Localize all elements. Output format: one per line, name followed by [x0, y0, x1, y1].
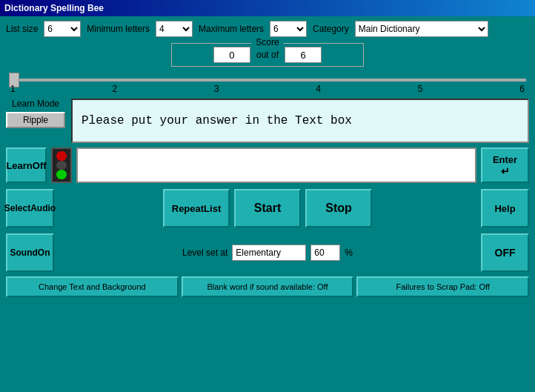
change-text-bg-button[interactable]: Change Text and Background	[6, 276, 179, 297]
progress-slider[interactable]	[9, 79, 526, 82]
off-button[interactable]: OFF	[481, 233, 529, 272]
left-panel: Learn Mode Ripple	[6, 99, 65, 143]
display-box: Please put your answer in the Text box	[71, 99, 529, 143]
sound-on-button[interactable]: Sound On	[6, 233, 54, 272]
score-current[interactable]	[213, 47, 250, 63]
max-letters-select[interactable]: 6457810	[270, 21, 307, 37]
learn-mode-label: Learn Mode	[6, 99, 65, 109]
title-bar: Dictionary Spelling Bee	[0, 0, 535, 16]
learn-off-button[interactable]: Learn Off	[6, 147, 47, 183]
failures-scrap-button[interactable]: Failures to Scrap Pad: Off	[356, 276, 529, 297]
level-set-label: Level set at	[182, 248, 227, 258]
score-label: Score	[251, 37, 283, 47]
enter-button[interactable]: Enter ↵	[481, 147, 529, 183]
footer-row: Change Text and Background Blank word if…	[6, 276, 529, 297]
out-of-label: out of	[256, 50, 279, 60]
category-select[interactable]: Main DictionaryCustom ListAnimalsPlants	[355, 21, 488, 37]
ripple-button[interactable]: Ripple	[6, 112, 65, 128]
stop-button[interactable]: Stop	[305, 189, 372, 227]
yellow-light	[56, 161, 67, 170]
level-value-input[interactable]	[232, 245, 306, 261]
traffic-light	[51, 147, 72, 183]
slider-container: 1 2 3 4 5 6	[6, 73, 529, 94]
level-area: Level set at %	[59, 245, 476, 261]
bottom-row: Sound On Level set at % OFF	[6, 233, 529, 272]
min-letters-select[interactable]: 423567	[156, 21, 193, 37]
select-audio-button[interactable]: Select Audio	[6, 189, 54, 227]
answer-input[interactable]	[76, 147, 476, 183]
buttons-row: Select Audio Repeat List Start Stop Help	[6, 189, 529, 227]
enter-arrow-icon: ↵	[501, 165, 510, 177]
percent-sign: %	[345, 248, 353, 258]
repeat-list-button[interactable]: Repeat List	[163, 189, 230, 227]
score-total[interactable]	[285, 47, 322, 63]
start-button[interactable]: Start	[234, 189, 301, 227]
max-letters-label: Maximum letters	[199, 24, 264, 34]
list-size-label: List size	[6, 24, 38, 34]
score-box: Score out of	[171, 43, 364, 67]
level-percent-input[interactable]	[310, 245, 340, 261]
red-light	[56, 151, 67, 161]
help-button[interactable]: Help	[481, 189, 529, 227]
title-text: Dictionary Spelling Bee	[4, 3, 104, 13]
display-text: Please put your answer in the Text box	[82, 114, 352, 127]
blank-word-button[interactable]: Blank word if sound available: Off	[182, 276, 354, 297]
answer-row: Learn Off Enter ↵	[6, 147, 529, 183]
category-label: Category	[313, 24, 349, 34]
list-size-select[interactable]: 6457810	[44, 21, 81, 37]
min-letters-label: Minimum letters	[87, 24, 150, 34]
green-light	[56, 170, 67, 179]
